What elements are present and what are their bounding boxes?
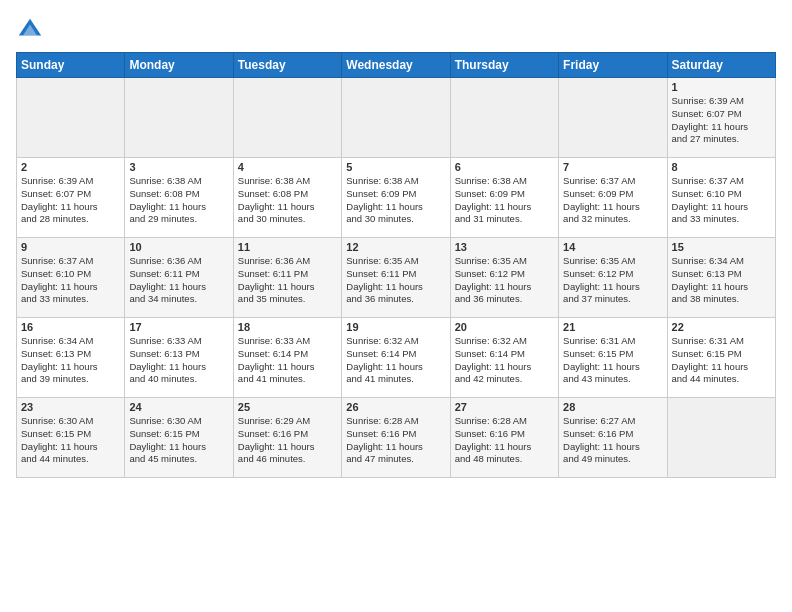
day-number: 1: [672, 81, 771, 93]
day-info: Sunrise: 6:28 AM Sunset: 6:16 PM Dayligh…: [346, 415, 445, 466]
calendar-week-row: 23Sunrise: 6:30 AM Sunset: 6:15 PM Dayli…: [17, 398, 776, 478]
calendar-cell: 12Sunrise: 6:35 AM Sunset: 6:11 PM Dayli…: [342, 238, 450, 318]
calendar-cell: 1Sunrise: 6:39 AM Sunset: 6:07 PM Daylig…: [667, 78, 775, 158]
calendar-cell: 19Sunrise: 6:32 AM Sunset: 6:14 PM Dayli…: [342, 318, 450, 398]
calendar-cell: 27Sunrise: 6:28 AM Sunset: 6:16 PM Dayli…: [450, 398, 558, 478]
day-number: 2: [21, 161, 120, 173]
day-number: 18: [238, 321, 337, 333]
calendar-week-row: 1Sunrise: 6:39 AM Sunset: 6:07 PM Daylig…: [17, 78, 776, 158]
calendar-cell: 5Sunrise: 6:38 AM Sunset: 6:09 PM Daylig…: [342, 158, 450, 238]
day-info: Sunrise: 6:34 AM Sunset: 6:13 PM Dayligh…: [672, 255, 771, 306]
day-header-thursday: Thursday: [450, 53, 558, 78]
day-info: Sunrise: 6:32 AM Sunset: 6:14 PM Dayligh…: [455, 335, 554, 386]
day-info: Sunrise: 6:38 AM Sunset: 6:09 PM Dayligh…: [455, 175, 554, 226]
day-number: 23: [21, 401, 120, 413]
calendar-cell: 25Sunrise: 6:29 AM Sunset: 6:16 PM Dayli…: [233, 398, 341, 478]
day-info: Sunrise: 6:28 AM Sunset: 6:16 PM Dayligh…: [455, 415, 554, 466]
day-info: Sunrise: 6:31 AM Sunset: 6:15 PM Dayligh…: [563, 335, 662, 386]
day-number: 22: [672, 321, 771, 333]
calendar-cell: 7Sunrise: 6:37 AM Sunset: 6:09 PM Daylig…: [559, 158, 667, 238]
calendar-cell: [125, 78, 233, 158]
calendar-cell: 16Sunrise: 6:34 AM Sunset: 6:13 PM Dayli…: [17, 318, 125, 398]
day-number: 27: [455, 401, 554, 413]
calendar-cell: 4Sunrise: 6:38 AM Sunset: 6:08 PM Daylig…: [233, 158, 341, 238]
day-number: 11: [238, 241, 337, 253]
day-number: 12: [346, 241, 445, 253]
calendar-week-row: 16Sunrise: 6:34 AM Sunset: 6:13 PM Dayli…: [17, 318, 776, 398]
calendar-cell: 26Sunrise: 6:28 AM Sunset: 6:16 PM Dayli…: [342, 398, 450, 478]
calendar-cell: [233, 78, 341, 158]
day-number: 4: [238, 161, 337, 173]
day-number: 28: [563, 401, 662, 413]
day-number: 3: [129, 161, 228, 173]
day-header-saturday: Saturday: [667, 53, 775, 78]
calendar-cell: 24Sunrise: 6:30 AM Sunset: 6:15 PM Dayli…: [125, 398, 233, 478]
day-number: 7: [563, 161, 662, 173]
calendar-table: SundayMondayTuesdayWednesdayThursdayFrid…: [16, 52, 776, 478]
day-header-wednesday: Wednesday: [342, 53, 450, 78]
day-number: 9: [21, 241, 120, 253]
day-info: Sunrise: 6:39 AM Sunset: 6:07 PM Dayligh…: [672, 95, 771, 146]
day-info: Sunrise: 6:31 AM Sunset: 6:15 PM Dayligh…: [672, 335, 771, 386]
day-header-friday: Friday: [559, 53, 667, 78]
calendar-cell: [667, 398, 775, 478]
calendar-cell: 23Sunrise: 6:30 AM Sunset: 6:15 PM Dayli…: [17, 398, 125, 478]
day-info: Sunrise: 6:38 AM Sunset: 6:08 PM Dayligh…: [129, 175, 228, 226]
day-info: Sunrise: 6:34 AM Sunset: 6:13 PM Dayligh…: [21, 335, 120, 386]
day-info: Sunrise: 6:38 AM Sunset: 6:09 PM Dayligh…: [346, 175, 445, 226]
day-info: Sunrise: 6:35 AM Sunset: 6:12 PM Dayligh…: [455, 255, 554, 306]
day-info: Sunrise: 6:32 AM Sunset: 6:14 PM Dayligh…: [346, 335, 445, 386]
day-info: Sunrise: 6:29 AM Sunset: 6:16 PM Dayligh…: [238, 415, 337, 466]
calendar-cell: 10Sunrise: 6:36 AM Sunset: 6:11 PM Dayli…: [125, 238, 233, 318]
calendar-cell: [17, 78, 125, 158]
calendar-cell: 3Sunrise: 6:38 AM Sunset: 6:08 PM Daylig…: [125, 158, 233, 238]
day-number: 5: [346, 161, 445, 173]
day-number: 6: [455, 161, 554, 173]
calendar-cell: 2Sunrise: 6:39 AM Sunset: 6:07 PM Daylig…: [17, 158, 125, 238]
calendar-cell: 28Sunrise: 6:27 AM Sunset: 6:16 PM Dayli…: [559, 398, 667, 478]
calendar-cell: 9Sunrise: 6:37 AM Sunset: 6:10 PM Daylig…: [17, 238, 125, 318]
day-info: Sunrise: 6:35 AM Sunset: 6:11 PM Dayligh…: [346, 255, 445, 306]
day-info: Sunrise: 6:37 AM Sunset: 6:10 PM Dayligh…: [21, 255, 120, 306]
day-info: Sunrise: 6:27 AM Sunset: 6:16 PM Dayligh…: [563, 415, 662, 466]
calendar-cell: [450, 78, 558, 158]
day-number: 16: [21, 321, 120, 333]
day-info: Sunrise: 6:37 AM Sunset: 6:09 PM Dayligh…: [563, 175, 662, 226]
day-info: Sunrise: 6:36 AM Sunset: 6:11 PM Dayligh…: [238, 255, 337, 306]
calendar-cell: 13Sunrise: 6:35 AM Sunset: 6:12 PM Dayli…: [450, 238, 558, 318]
page-header: [16, 16, 776, 44]
day-number: 15: [672, 241, 771, 253]
day-info: Sunrise: 6:33 AM Sunset: 6:14 PM Dayligh…: [238, 335, 337, 386]
day-number: 24: [129, 401, 228, 413]
day-number: 10: [129, 241, 228, 253]
calendar-cell: 18Sunrise: 6:33 AM Sunset: 6:14 PM Dayli…: [233, 318, 341, 398]
day-number: 19: [346, 321, 445, 333]
day-info: Sunrise: 6:37 AM Sunset: 6:10 PM Dayligh…: [672, 175, 771, 226]
calendar-cell: 15Sunrise: 6:34 AM Sunset: 6:13 PM Dayli…: [667, 238, 775, 318]
day-info: Sunrise: 6:33 AM Sunset: 6:13 PM Dayligh…: [129, 335, 228, 386]
calendar-header-row: SundayMondayTuesdayWednesdayThursdayFrid…: [17, 53, 776, 78]
calendar-week-row: 9Sunrise: 6:37 AM Sunset: 6:10 PM Daylig…: [17, 238, 776, 318]
day-number: 13: [455, 241, 554, 253]
day-info: Sunrise: 6:30 AM Sunset: 6:15 PM Dayligh…: [129, 415, 228, 466]
day-number: 25: [238, 401, 337, 413]
day-number: 8: [672, 161, 771, 173]
day-number: 14: [563, 241, 662, 253]
day-info: Sunrise: 6:30 AM Sunset: 6:15 PM Dayligh…: [21, 415, 120, 466]
day-number: 20: [455, 321, 554, 333]
day-info: Sunrise: 6:39 AM Sunset: 6:07 PM Dayligh…: [21, 175, 120, 226]
logo: [16, 16, 48, 44]
calendar-cell: 14Sunrise: 6:35 AM Sunset: 6:12 PM Dayli…: [559, 238, 667, 318]
calendar-cell: [342, 78, 450, 158]
day-number: 21: [563, 321, 662, 333]
calendar-week-row: 2Sunrise: 6:39 AM Sunset: 6:07 PM Daylig…: [17, 158, 776, 238]
calendar-cell: 11Sunrise: 6:36 AM Sunset: 6:11 PM Dayli…: [233, 238, 341, 318]
calendar-cell: 20Sunrise: 6:32 AM Sunset: 6:14 PM Dayli…: [450, 318, 558, 398]
calendar-cell: 21Sunrise: 6:31 AM Sunset: 6:15 PM Dayli…: [559, 318, 667, 398]
calendar-cell: 22Sunrise: 6:31 AM Sunset: 6:15 PM Dayli…: [667, 318, 775, 398]
day-number: 17: [129, 321, 228, 333]
day-info: Sunrise: 6:36 AM Sunset: 6:11 PM Dayligh…: [129, 255, 228, 306]
logo-icon: [16, 16, 44, 44]
day-info: Sunrise: 6:38 AM Sunset: 6:08 PM Dayligh…: [238, 175, 337, 226]
calendar-cell: 8Sunrise: 6:37 AM Sunset: 6:10 PM Daylig…: [667, 158, 775, 238]
